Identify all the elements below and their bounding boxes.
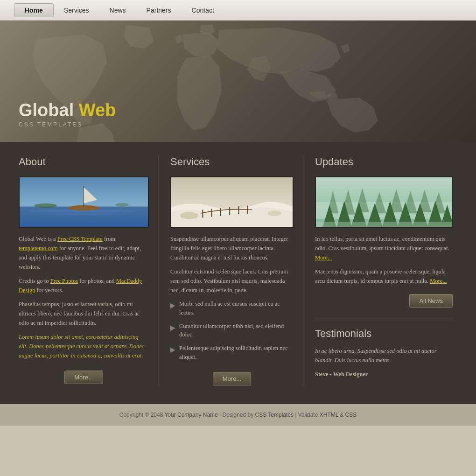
about-p3: Phasellus tempus, justo et laoreet variu… xyxy=(19,300,149,328)
svg-point-16 xyxy=(268,210,281,216)
xhtml-link[interactable]: XHTML xyxy=(320,412,338,418)
services-bullet-list: ▶ Morbi sed nulla ac est cursus suscipit… xyxy=(170,300,294,362)
nav-news[interactable]: News xyxy=(99,4,136,17)
services-heading: Services xyxy=(170,156,294,168)
nav-services[interactable]: Services xyxy=(54,4,99,17)
company-name-link[interactable]: Your Company Name xyxy=(164,412,217,418)
svg-point-15 xyxy=(180,212,198,219)
free-css-template-link[interactable]: Free CSS Template xyxy=(57,236,103,242)
all-news-btn-wrapper: All News xyxy=(315,290,453,308)
nav-contact[interactable]: Contact xyxy=(182,4,224,17)
svg-rect-36 xyxy=(316,222,452,227)
free-photos-link[interactable]: Free Photos xyxy=(50,278,78,284)
bullet-icon-3: ▶ xyxy=(170,345,175,355)
services-p1: Suspendisse ullamcorper aliquam placerat… xyxy=(170,234,294,262)
footer: Copyright © 2048 Your Company Name | Des… xyxy=(0,404,476,426)
services-p2: Curabitur euismod scelerisque lacus. Cra… xyxy=(170,267,294,295)
testimonial-author: Steve - Web Designer xyxy=(315,370,453,379)
services-column: Services xyxy=(159,156,303,385)
about-column: About xyxy=(14,156,159,385)
hero-title-block: Global Web CSS Templates xyxy=(19,101,116,128)
updates-p2: Maecenas dignissim, quam a posuere scele… xyxy=(315,267,453,286)
services-bullet-3: ▶ Pellentesque adipiscing sollicitudin s… xyxy=(170,344,294,362)
services-bullet-2: ▶ Curabitur ullamcorper nibh nisi, sed e… xyxy=(170,322,294,340)
content-area: About xyxy=(0,142,476,404)
templatemo-link[interactable]: templatemo.com xyxy=(19,245,58,252)
updates-p1: In leo tellus, porta sit amet luctus ac,… xyxy=(315,234,453,262)
bullet-icon-1: ▶ xyxy=(170,301,175,310)
hero-title-yellow: Web xyxy=(79,100,116,120)
about-p1: Global Web is a Free CSS Template from t… xyxy=(19,234,149,272)
hero-title-plain: Global xyxy=(19,100,79,120)
hero-banner: Global Web CSS Templates xyxy=(0,21,476,142)
about-more-button[interactable]: More... xyxy=(64,371,103,384)
services-image xyxy=(170,176,294,228)
about-heading: About xyxy=(19,156,149,168)
services-more-button[interactable]: More... xyxy=(213,372,251,385)
hero-heading: Global Web xyxy=(19,101,116,120)
about-image xyxy=(19,176,149,228)
svg-point-3 xyxy=(39,213,129,215)
about-p4: Lorem ipsum dolor sit amet, consectetur … xyxy=(19,332,149,360)
svg-point-7 xyxy=(115,203,129,207)
navigation: Home Services News Partners Contact xyxy=(0,0,476,21)
nav-partners[interactable]: Partners xyxy=(136,4,182,17)
nav-home[interactable]: Home xyxy=(14,3,54,17)
services-more-btn-wrapper: More... xyxy=(170,366,294,385)
testimonial-quote: In ac libero urna. Suspendisse sed odio … xyxy=(315,346,453,365)
css-templates-link[interactable]: CSS Templates xyxy=(255,412,294,418)
testimonials-section: Testimonials In ac libero urna. Suspendi… xyxy=(315,319,453,379)
hero-subtitle: CSS Templates xyxy=(19,121,116,128)
about-p2: Credits go to Free Photos for photos, an… xyxy=(19,276,149,295)
updates-image xyxy=(315,176,453,228)
updates-more-link-1[interactable]: More... xyxy=(315,254,332,261)
about-more-btn-wrapper: More... xyxy=(19,365,149,384)
css-link[interactable]: CSS xyxy=(345,412,357,418)
all-news-button[interactable]: All News xyxy=(409,294,453,308)
updates-heading: Updates xyxy=(315,156,453,168)
bullet-icon-2: ▶ xyxy=(170,323,175,333)
updates-more-link-2[interactable]: More... xyxy=(430,278,447,284)
updates-column: Updates xyxy=(303,156,462,385)
svg-point-6 xyxy=(35,203,57,208)
testimonials-heading: Testimonials xyxy=(315,328,453,340)
services-bullet-1: ▶ Morbi sed nulla ac est cursus suscipit… xyxy=(170,300,294,317)
